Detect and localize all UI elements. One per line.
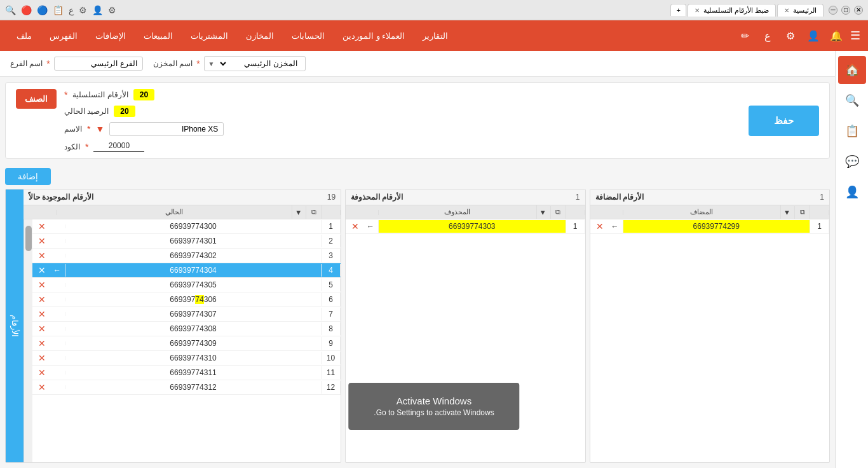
close-btn[interactable]: ✕ <box>854 6 863 15</box>
balance-field-label: الرصيد الحالي <box>64 107 109 116</box>
serial-field-label: الأرقام التسلسلية <box>72 90 128 99</box>
cr11-del[interactable]: ✕ <box>32 366 51 380</box>
current-scrollbar[interactable] <box>24 219 32 462</box>
added-row-1: 1 66939774299 ← ✕ <box>590 219 829 234</box>
branch-input[interactable]: الفرع الرئيسي <box>54 57 143 71</box>
pencil-icon[interactable]: ✏ <box>736 27 754 45</box>
browser-icon-1: ⚙ <box>108 5 116 15</box>
cr10-serial: 66939774310 <box>65 352 322 364</box>
current-rows: 1 66939774300 ✕ 2 66939774301 ✕ <box>32 219 341 462</box>
added-col-copy-icon[interactable]: ⧉ <box>795 205 810 219</box>
code-required: * <box>85 142 88 152</box>
cr9-num: 9 <box>322 337 341 350</box>
nav-item-file[interactable]: ملف <box>8 20 41 51</box>
removed-col-copy-icon[interactable]: ⧉ <box>551 205 566 219</box>
browser-icon-6: 🔵 <box>37 5 48 15</box>
added-row-1-arrow: ← <box>609 220 623 233</box>
cr5-serial: 66939774305 <box>65 279 322 291</box>
branch-group: الفرع الرئيسي * اسم الفرع <box>10 57 143 71</box>
cr6-num: 6 <box>322 293 341 306</box>
maximize-btn[interactable]: □ <box>841 6 850 15</box>
warehouse-select[interactable]: المخزن الرئيسي <box>219 57 305 71</box>
added-col-filter-icon[interactable]: ▼ <box>781 206 795 219</box>
app-container: 🏠 🔍 📋 💬 👤 المخزن الرئيسي ▼ * اسم المخزن … <box>0 51 868 468</box>
arqam-sidebar[interactable]: الأرقام <box>6 189 24 462</box>
save-button[interactable]: حفظ <box>749 106 819 136</box>
cr3-arrow <box>51 254 65 258</box>
translate-icon[interactable]: ع <box>759 27 776 45</box>
cr8-del[interactable]: ✕ <box>32 322 51 336</box>
removed-rows: 1 66939774303 ← ✕ <box>346 219 585 462</box>
cr2-del[interactable]: ✕ <box>32 234 51 248</box>
branch-required: * <box>46 59 50 69</box>
name-dropdown-arrow[interactable]: ▼ <box>95 124 104 134</box>
nav-item-accounts[interactable]: الحسابات <box>283 20 334 51</box>
current-row-9: 9 66939774309 ✕ <box>32 336 341 351</box>
person-icon[interactable]: 👤 <box>804 27 822 45</box>
warehouse-select-wrapper[interactable]: المخزن الرئيسي ▼ <box>204 56 306 71</box>
sidebar-icon-document[interactable]: 📋 <box>838 117 866 145</box>
cr9-serial: 66939774309 <box>65 337 322 350</box>
sidebar-icon-chat[interactable]: 💬 <box>838 148 866 176</box>
added-col-serial-header: المضاف <box>623 205 781 219</box>
cr12-arrow <box>51 385 65 389</box>
current-col-copy-icon[interactable]: ⧉ <box>306 205 322 219</box>
cr3-del[interactable]: ✕ <box>32 249 51 263</box>
cr8-serial: 66939774308 <box>65 322 322 335</box>
sidebar-icon-person[interactable]: 👤 <box>838 178 866 206</box>
nav-item-index[interactable]: الفهرس <box>41 20 86 51</box>
cr9-arrow <box>51 341 65 345</box>
hamburger-menu-icon[interactable]: ☰ <box>850 29 860 43</box>
tab-main-close[interactable]: ✕ <box>784 7 789 14</box>
removed-title: الأرقام المحذوفة <box>351 193 403 202</box>
current-col-filter-icon[interactable]: ▼ <box>292 206 306 219</box>
nav-item-customers[interactable]: العملاء و الموردين <box>334 20 414 51</box>
nav-item-warehouses[interactable]: المخازن <box>237 20 283 51</box>
removed-col-filter-icon[interactable]: ▼ <box>537 206 551 219</box>
nav-item-reports[interactable]: التقارير <box>414 20 457 51</box>
removed-row-1-del[interactable]: ✕ <box>346 219 365 233</box>
settings-icon[interactable]: ⚙ <box>782 27 799 45</box>
cr7-del[interactable]: ✕ <box>32 307 51 321</box>
tab-main[interactable]: الرئيسية ✕ <box>777 4 824 17</box>
nav-items: التقارير العملاء و الموردين الحسابات الم… <box>8 20 457 51</box>
nav-item-purchases[interactable]: المشتريات <box>182 20 237 51</box>
add-button[interactable]: إضافة <box>5 168 51 185</box>
cr9-del[interactable]: ✕ <box>32 336 51 350</box>
removed-col-headers: ⧉ ▼ المحذوف <box>346 205 585 219</box>
nav-item-sales[interactable]: المبيعات <box>135 20 182 51</box>
name-input[interactable] <box>109 122 224 136</box>
removed-row-1: 1 66939774303 ← ✕ <box>346 219 585 234</box>
new-tab-btn[interactable]: + <box>670 4 686 16</box>
removed-col-action <box>346 210 365 215</box>
cr4-num: 4 <box>322 264 341 277</box>
product-type-panel[interactable]: الصنف <box>16 89 57 109</box>
tab-serial[interactable]: ضبط الأرقام التسلسلية ✕ <box>688 4 776 17</box>
added-row-1-del[interactable]: ✕ <box>590 219 609 233</box>
cr6-del[interactable]: ✕ <box>32 292 51 306</box>
browser-icon-7: 🔴 <box>21 5 32 15</box>
cr1-del[interactable]: ✕ <box>32 219 51 233</box>
current-row-3: 3 66939774302 ✕ <box>32 249 341 263</box>
current-row-1: 1 66939774300 ✕ <box>32 219 341 234</box>
current-col-headers: ⧉ ▼ الحالي <box>24 205 341 219</box>
tab-serial-close[interactable]: ✕ <box>695 7 700 14</box>
sidebar-icon-search[interactable]: 🔍 <box>838 86 866 114</box>
cr12-del[interactable]: ✕ <box>32 380 51 394</box>
sidebar-icon-home[interactable]: 🏠 <box>838 56 866 84</box>
browser-search-icon: 🔍 <box>5 5 16 15</box>
minimize-btn[interactable]: ─ <box>829 6 837 15</box>
current-col-num <box>322 210 341 215</box>
nav-item-additions[interactable]: الإضافات <box>86 20 135 51</box>
cr1-arrow <box>51 224 65 228</box>
added-col-num <box>810 210 829 215</box>
bell-icon[interactable]: 🔔 <box>827 27 845 45</box>
removed-row-1-serial: 66939774303 <box>379 220 566 233</box>
current-row-10: 10 66939774310 ✕ <box>32 351 341 366</box>
current-row-6: 6 66939774306 ✕ <box>32 292 341 307</box>
cr4-serial: 66939774304 <box>65 264 322 277</box>
cr10-del[interactable]: ✕ <box>32 351 51 365</box>
cr4-del[interactable]: ✕ <box>32 263 51 277</box>
cr5-del[interactable]: ✕ <box>32 278 51 292</box>
removed-row-1-arrow: ← <box>365 220 379 233</box>
